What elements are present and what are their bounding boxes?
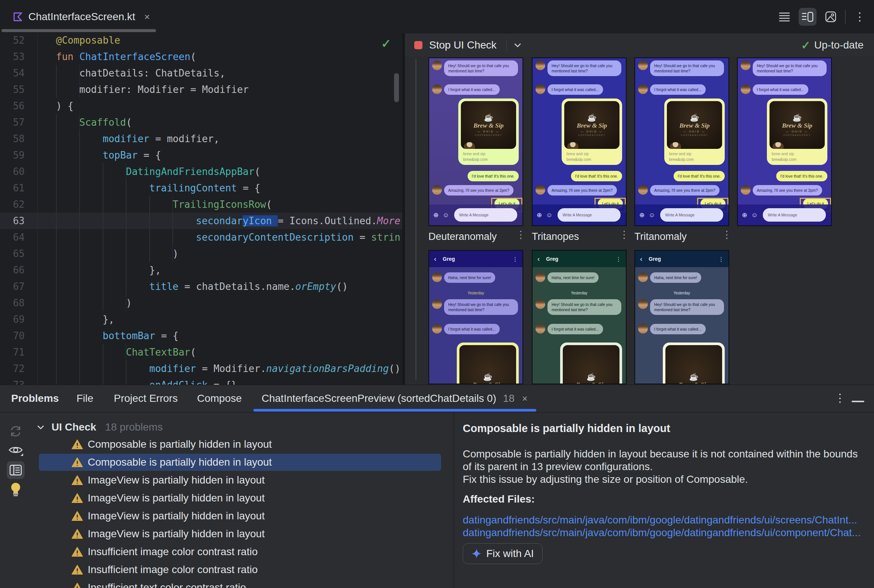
back-icon[interactable]: ‹ [640,255,642,263]
chat-more-menu[interactable]: ⋮ [512,256,518,262]
code-line[interactable]: 61trailingContent = { [0,180,402,196]
fix-with-ai-button[interactable]: Fix with AI [463,543,543,564]
preview-inspection-button[interactable] [7,442,25,460]
editor-more-menu[interactable]: ⋮ [851,8,869,26]
plus-icon[interactable]: ⊕ [537,212,542,218]
build-status: ✓ Up-to-date [801,39,863,52]
minimize-icon[interactable] [851,401,864,402]
emoji-icon[interactable]: ☺ [751,212,758,218]
plus-icon[interactable]: ⊕ [433,212,439,218]
editor-preview-splitter[interactable] [402,34,405,385]
emoji-icon[interactable]: ☺ [443,212,449,218]
preview-phone[interactable]: Hey! Should we go to that cafe you menti… [428,57,523,226]
avatar [741,60,751,70]
message-input[interactable]: Write A Message [660,208,723,222]
code-line[interactable]: 64secondaryContentDescription = strin [0,229,402,246]
code-line[interactable]: 68) [0,295,402,311]
warning-icon [72,511,83,521]
emoji-icon[interactable]: ☺ [649,212,655,218]
preview-more-menu[interactable]: ⋮ [619,230,629,240]
chat-more-menu[interactable]: ⋮ [616,256,621,262]
preview-more-menu[interactable]: ⋮ [516,230,526,240]
problem-item[interactable]: Insufficient text color contrast ratio [39,579,441,588]
code-line[interactable]: 62TrailingIconsRow( [0,196,402,213]
details-view-toggle[interactable] [7,461,25,479]
emoji-icon[interactable]: ☺ [546,212,552,218]
close-icon[interactable]: × [144,11,150,23]
problem-item[interactable]: Insufficient image color contrast ratio [39,561,441,578]
code-line[interactable]: 57Scaffold( [0,114,402,130]
chevron-down-icon[interactable] [514,43,521,47]
chat-more-menu[interactable]: ⋮ [718,256,724,262]
tab-chatinterfacescreen[interactable]: ChatInterfaceScreen.kt × [8,5,155,28]
affected-file-link[interactable]: datingandfriends/src/main/java/com/ibm/g… [463,527,860,539]
stop-ui-check-button[interactable]: Stop UI Check [429,39,497,51]
code-line[interactable]: 58modifier = modifier, [0,130,402,147]
problem-item[interactable]: Composable is partially hidden in layout [39,454,441,471]
preview-phone[interactable]: Hey! Should we go to that cafe you menti… [634,57,729,226]
plus-icon[interactable]: ⊕ [742,212,747,218]
preview-phone[interactable]: ‹Greg⋮Haha, next time for sure!Yesterday… [634,250,729,384]
code-line[interactable]: 54chatDetails: ChatDetails, [0,65,402,81]
tabbar-scrollbar[interactable] [2,29,156,32]
cafe-logo-text: Brew & Sip [473,122,503,129]
problem-item[interactable]: ImageView is partially hidden in layout [39,525,441,543]
message-input[interactable]: Write A Message [557,208,620,222]
inspections-ok-icon[interactable]: ✓ [381,37,391,51]
problem-item[interactable]: ImageView is partially hidden in layout [39,507,441,525]
ui-check-group[interactable]: UI Check 18 problems [37,419,163,435]
cafe-logo-sub: — OHID — [581,130,603,133]
panel-more-menu[interactable]: ⋮ [835,393,845,404]
design-view-button[interactable] [822,8,839,26]
tab-project-errors[interactable]: Project Errors [114,385,178,412]
code-editor[interactable]: 52@Composable53fun ChatInterfaceScreen(5… [0,34,402,385]
problem-item[interactable]: Insufficient image color contrast ratio [39,543,441,560]
line-number: 55 [0,84,25,95]
tab-problems[interactable]: Problems [11,385,59,412]
problem-item[interactable]: Composable is partially hidden in layout [39,436,441,453]
code-line[interactable]: 69}, [0,311,402,328]
problem-item[interactable]: ImageView is partially hidden in layout [39,472,441,489]
message-input[interactable]: Write A Message [454,208,517,222]
message-input[interactable]: Write A Message [763,208,826,222]
editor-scrollbar[interactable] [394,73,399,102]
preview-phone[interactable]: ‹Greg⋮Haha, next time for sure!Yesterday… [428,250,523,384]
code-line[interactable]: 66}, [0,262,402,278]
plus-icon[interactable]: ⊕ [639,212,644,218]
coffee-mug-photo [567,142,578,149]
tab-compose[interactable]: Compose [197,385,242,412]
close-icon[interactable]: × [522,393,528,404]
code-line[interactable]: 67title = chatDetails.name.orEmpty() [0,278,402,295]
tab-chatinterfacescreenpreview-sortedchatdetails-0-[interactable]: ChatInterfaceScreenPreview (sortedChatDe… [261,385,528,412]
split-view-button[interactable] [799,8,817,26]
back-icon[interactable]: ‹ [434,255,436,263]
code-line[interactable]: 55modifier: Modifier = Modifier [0,81,402,98]
affected-file-link[interactable]: datingandfriends/src/main/java/com/ibm/g… [463,514,857,526]
preview-phone[interactable]: Hey! Should we go to that cafe you menti… [532,57,626,226]
line-number: 62 [0,199,25,210]
preview-phone[interactable]: Hey! Should we go to that cafe you menti… [737,57,832,226]
code-line[interactable]: 60DatingAndFriendsAppBar( [0,164,402,180]
back-icon[interactable]: ‹ [538,255,540,263]
code-line[interactable]: 70bottomBar = { [0,328,402,344]
code-line[interactable]: 71ChatTextBar( [0,344,402,360]
code-line[interactable]: 63secondaryIcon = Icons.Outlined.More [0,213,402,229]
refresh-button[interactable] [7,422,25,440]
problem-item[interactable]: ImageView is partially hidden in layout [39,489,441,507]
code-line[interactable]: 56) { [0,98,402,114]
code-line[interactable]: 52@Composable [0,34,402,48]
preview-phone[interactable]: ‹Greg⋮Haha, next time for sure!Yesterday… [532,250,626,384]
code-line[interactable]: 73onAddClick = {} [0,377,402,385]
preview-scrollbar[interactable] [415,59,416,380]
code-line[interactable]: 53fun ChatInterfaceScreen( [0,48,402,65]
code-line[interactable]: 65) [0,246,402,262]
code-line[interactable]: 72modifier = Modifier.navigationBarsPadd… [0,360,402,377]
quick-fix-button[interactable] [7,480,25,498]
panel-divider[interactable] [454,412,454,588]
preview-more-menu[interactable]: ⋮ [722,230,732,240]
preview-canvas[interactable]: Hey! Should we go to that cafe you menti… [405,57,874,385]
code-view-button[interactable] [775,8,793,26]
code-line[interactable]: 59topBar = { [0,147,402,164]
line-number: 53 [0,51,25,62]
tab-file[interactable]: File [77,385,93,412]
